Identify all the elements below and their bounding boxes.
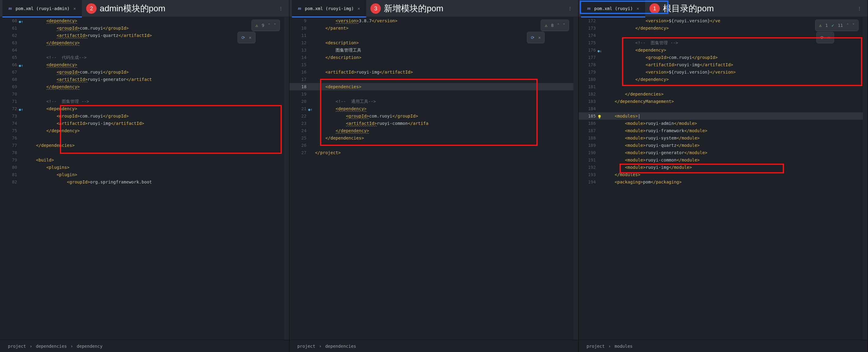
code-line[interactable]: 74 <artifactId>ruoyi-img</artifactId>: [0, 120, 289, 127]
code-line[interactable]: 72●↑ <dependency>: [0, 105, 289, 112]
more-icon[interactable]: ⋮: [279, 5, 284, 12]
crumb[interactable]: project: [8, 343, 26, 350]
crumb[interactable]: dependencies: [325, 343, 356, 350]
more-icon[interactable]: ⋮: [568, 5, 573, 12]
chevron-up-icon[interactable]: ˄: [847, 22, 849, 29]
code-line[interactable]: 187 <module>ruoyi-framework</module>: [579, 127, 868, 134]
code-line[interactable]: 65 <!-- 代码生成-->: [0, 54, 289, 61]
breadcrumb[interactable]: project› modules: [579, 340, 868, 352]
code-line[interactable]: 70: [0, 91, 289, 98]
code-line[interactable]: 60●↑ <dependency>: [0, 17, 289, 25]
close-icon[interactable]: ×: [637, 5, 639, 12]
code-line[interactable]: 22 <groupId>com.ruoyi</groupId>: [289, 112, 579, 120]
close-icon[interactable]: ×: [73, 5, 76, 12]
code-line[interactable]: 10 </parent>: [289, 25, 579, 32]
code-line[interactable]: 75 </dependency>: [0, 127, 289, 134]
code-line[interactable]: 178 <artifactId>ruoyi-img</artifactId>: [579, 61, 868, 68]
code-line[interactable]: 191 <module>ruoyi-common</module>: [579, 156, 868, 164]
breadcrumb[interactable]: project› dependencies: [289, 340, 579, 352]
tab-pom-img[interactable]: m pom.xml (ruoyi-img) ×: [292, 0, 366, 17]
code-line[interactable]: 177 <groupId>com.ruoyi</groupId>: [579, 54, 868, 61]
crumb[interactable]: project: [587, 343, 604, 350]
code-line[interactable]: 180 </dependency>: [579, 76, 868, 83]
code-line[interactable]: 23 <artifactId>ruoyi-common</artifa: [289, 120, 579, 127]
inspections-widget[interactable]: ⚠ 1 ✓ 11 ˄ ˅: [815, 20, 859, 31]
code-line[interactable]: 24 </dependency>: [289, 127, 579, 134]
code-line[interactable]: 79 <build>: [0, 156, 289, 164]
code-line[interactable]: 18 <dependencies>: [289, 83, 579, 91]
code-line[interactable]: 68 <artifactId>ruoyi-generator</artifact: [0, 76, 289, 83]
more-icon[interactable]: ⋮: [857, 5, 862, 12]
code-line[interactable]: 183 </dependencyManagement>: [579, 98, 868, 105]
tab-pom-admin[interactable]: m pom.xml (ruoyi-admin) ×: [2, 0, 82, 17]
code-line[interactable]: 190 <module>ruoyi-generator</module>: [579, 149, 868, 156]
code-line[interactable]: 179 <version>${ruoyi.version}</version>: [579, 68, 868, 76]
code-line[interactable]: 189 <module>ruoyi-quartz</module>: [579, 142, 868, 149]
ai-assist-popup[interactable]: ⟳ ×: [527, 32, 545, 43]
maven-icon: ⟳: [820, 34, 824, 41]
code-line[interactable]: 26: [289, 142, 579, 149]
close-icon[interactable]: ×: [358, 5, 360, 12]
code-line[interactable]: 19: [289, 91, 579, 98]
crumb[interactable]: modules: [615, 343, 633, 350]
chevron-down-icon[interactable]: ˅: [852, 22, 855, 29]
annotation-badge: 1: [649, 3, 660, 14]
code-line[interactable]: 64: [0, 46, 289, 54]
code-line[interactable]: 185💡 <modules>|: [579, 112, 868, 120]
code-line[interactable]: 192 <module>ruoyi-img</module>: [579, 164, 868, 171]
code-line[interactable]: 194 <packaging>pom</packaging>: [579, 178, 868, 186]
code-line[interactable]: 76: [0, 134, 289, 142]
code-line[interactable]: 14 </description>: [289, 54, 579, 61]
code-line[interactable]: 25 </dependencies>: [289, 134, 579, 142]
chevron-up-icon[interactable]: ˄: [557, 22, 559, 29]
scrollbar[interactable]: [574, 17, 578, 340]
code-line[interactable]: 82 <groupId>org.springframework.boot: [0, 178, 289, 186]
scrollbar[interactable]: [863, 17, 868, 340]
crumb[interactable]: dependency: [77, 343, 102, 350]
crumb[interactable]: project: [298, 343, 315, 350]
code-line[interactable]: 188 <module>ruoyi-system</module>: [579, 134, 868, 142]
code-line[interactable]: 17: [289, 76, 579, 83]
scrollbar[interactable]: [284, 17, 289, 340]
code-line[interactable]: 20 <!-- 通用工具-->: [289, 98, 579, 105]
code-line[interactable]: 73 <groupId>com.ruoyi</groupId>: [0, 112, 289, 120]
breadcrumb[interactable]: project› dependencies› dependency: [0, 340, 289, 352]
code-line[interactable]: 15: [289, 61, 579, 68]
code-line[interactable]: 81 <plugin>: [0, 171, 289, 178]
code-line[interactable]: 16 <artifactId>ruoyi-img</artifactId>: [289, 68, 579, 76]
code-line[interactable]: 193 </modules>: [579, 171, 868, 178]
code-line[interactable]: 27</project>: [289, 149, 579, 156]
tab-pom-root[interactable]: m pom.xml (ruoyi) ×: [581, 0, 645, 17]
inspections-widget[interactable]: ⚠ 9 ˄ ˅: [251, 20, 280, 31]
chevron-down-icon[interactable]: ˅: [563, 22, 565, 29]
close-icon[interactable]: ×: [249, 34, 251, 41]
code-line[interactable]: 13 图集管理工具: [289, 46, 579, 54]
code-line[interactable]: 80 <plugins>: [0, 164, 289, 171]
code-line[interactable]: 67 <groupId>com.ruoyi</groupId>: [0, 68, 289, 76]
chevron-down-icon[interactable]: ˅: [274, 22, 276, 29]
code-line[interactable]: 184: [579, 105, 868, 112]
ai-assist-popup[interactable]: ⟳ ×: [816, 32, 834, 43]
editor-area[interactable]: 60●↑ <dependency>61 <groupId>com.ruoyi</…: [0, 17, 289, 340]
code-line[interactable]: 186 <module>ruoyi-admin</module>: [579, 120, 868, 127]
code-line[interactable]: 78: [0, 149, 289, 156]
code-line[interactable]: 9 <version>3.8.7</version>: [289, 17, 579, 25]
code-line[interactable]: 21●↑ <dependency>: [289, 105, 579, 112]
code-line[interactable]: 66●↑ <dependency>: [0, 61, 289, 68]
code-line[interactable]: 181: [579, 83, 868, 91]
code-line[interactable]: 176●↓ <dependency>: [579, 46, 868, 54]
code-line[interactable]: 61 <groupId>com.ruoyi</groupId>: [0, 25, 289, 32]
close-icon[interactable]: ×: [828, 34, 830, 41]
ai-assist-popup[interactable]: ⟳ ×: [238, 32, 255, 43]
code-line[interactable]: 71 <!-- 图集管理 -->: [0, 98, 289, 105]
chevron-up-icon[interactable]: ˄: [268, 22, 270, 29]
code-line[interactable]: 69 </dependency>: [0, 83, 289, 91]
crumb[interactable]: dependencies: [36, 343, 67, 350]
inspections-widget[interactable]: ⚠ 8 ˄ ˅: [541, 20, 569, 31]
code-line[interactable]: 77 </dependencies>: [0, 142, 289, 149]
editor-area[interactable]: 172 <version>${ruoyi.version}</ve173 </d…: [579, 17, 868, 340]
editor-area[interactable]: 9 <version>3.8.7</version>10 </parent>11…: [289, 17, 579, 340]
code-line[interactable]: 182 </dependencies>: [579, 91, 868, 98]
close-icon[interactable]: ×: [538, 34, 541, 41]
maven-icon: ⟳: [531, 34, 534, 41]
